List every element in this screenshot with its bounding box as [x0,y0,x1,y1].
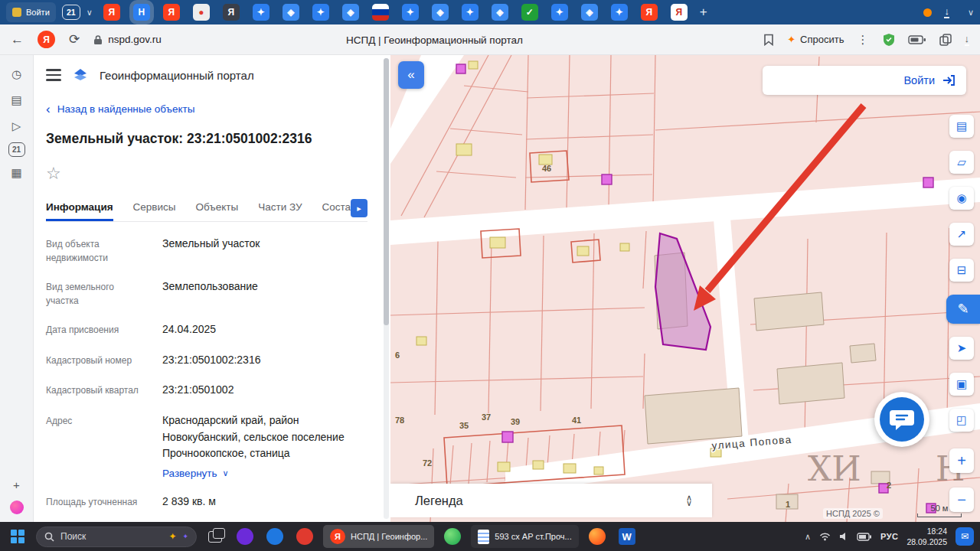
legend-bar[interactable]: Легенда ∧∨ [390,484,712,517]
taskbar-search[interactable]: Поиск ✦ ✦ [36,527,197,547]
browser-tab[interactable]: Н [133,4,150,21]
bookmark-icon[interactable] [763,34,774,46]
wifi-icon[interactable] [819,532,831,541]
app-icon-green[interactable] [441,525,464,548]
tab-parts[interactable]: Части ЗУ [258,194,302,221]
start-button[interactable] [6,525,29,548]
scrollbar-thumb[interactable] [384,58,389,325]
map-tool-draw-icon[interactable]: ✎ [946,295,980,324]
map-tool-navigate-icon[interactable]: ➤ [949,337,974,360]
map-tool-layers-icon[interactable]: ▤ [949,115,974,138]
map-tool-measure-icon[interactable]: ▱ [949,151,974,174]
app-icon-purple[interactable] [234,525,256,548]
panel-scrollbar[interactable] [384,58,389,519]
browser-tab[interactable]: ✓ [521,4,538,21]
login-bar[interactable]: Войти [763,66,966,95]
hamburger-menu-icon[interactable] [46,69,61,80]
notifications-icon[interactable]: ✉ [956,527,974,546]
map-tool-area-search-icon[interactable]: ◰ [949,409,974,432]
tab-list-chevron-icon[interactable]: ∨ [87,8,93,18]
app-icon-orange[interactable] [586,525,609,548]
browser-tab[interactable]: Я [671,4,688,21]
taskbar-window-document[interactable]: 593 сх АР ст.Проч... [471,525,578,548]
tab-information[interactable]: Информация [46,194,113,221]
app-icon-blue[interactable] [263,525,286,548]
browser-tab[interactable]: ◈ [342,4,359,21]
kebab-menu-icon[interactable]: ⋮ [858,33,870,47]
sidebar-feed-icon[interactable]: ▤ [7,90,27,110]
volume-icon[interactable] [839,532,848,541]
sidebar-music-icon[interactable] [10,500,24,514]
taskbar-window-label: НСПД | Геоинфор... [351,532,427,541]
legend-toggle-icon[interactable]: ∧∨ [686,495,692,505]
taskbar-clock[interactable]: 18:24 28.09.2025 [906,526,947,547]
back-icon[interactable]: ← [11,32,24,47]
map-tool-print-icon[interactable]: ⊟ [949,259,974,282]
favorite-star-icon[interactable]: ☆ [46,164,64,184]
tabbar-menu-chevron-icon[interactable]: ∨ [968,8,974,18]
app-icon-red[interactable] [293,525,316,548]
tab-counter-badge[interactable]: 21 [62,5,80,20]
hidden-icons-chevron-icon[interactable]: ∧ [805,532,811,542]
browser-tab[interactable]: Я [103,4,120,21]
browser-tab[interactable]: Я [641,4,658,21]
browser-tab[interactable]: ◈ [283,4,299,21]
map-tool-frame-icon[interactable]: ▣ [949,373,974,396]
refresh-icon[interactable]: ⟳ [69,31,80,47]
browser-tab[interactable]: ✦ [611,4,628,21]
toolbar-download-icon[interactable]: ↓ [965,34,970,46]
field-value: 23:21:0501002 [162,382,234,399]
new-tab-button[interactable]: + [700,5,707,20]
browser-tab[interactable]: ✦ [312,4,329,21]
browser-tab[interactable]: ◈ [492,4,508,21]
tray-battery-icon[interactable] [857,533,872,541]
collapse-panel-icon[interactable]: « [398,61,424,89]
sidebar-screenshot-icon[interactable]: ▦ [7,163,27,183]
browser-tab[interactable]: ✦ [253,4,270,21]
ask-button[interactable]: ✦ Спросить [787,34,844,45]
field-row: Площадь уточненная 2 839 кв. м [46,494,368,510]
map-tool-share-icon[interactable]: ↗ [949,223,974,246]
zoom-in-button[interactable]: + [949,448,974,473]
legend-label: Легенда [415,494,463,508]
taskbar-window-nspd[interactable]: Я НСПД | Геоинфор... [323,525,434,548]
yandex-home-icon[interactable]: Я [38,31,55,48]
browser-tab[interactable]: ● [193,4,210,21]
profile-avatar[interactable] [923,8,932,17]
field-row: Вид объекта недвижимости Земельный участ… [46,236,368,265]
browser-tab[interactable]: ◈ [581,4,598,21]
browser-tab[interactable]: ✦ [402,4,419,21]
battery-icon[interactable] [908,35,926,44]
tab-objects[interactable]: Объекты [196,194,239,221]
address-bar[interactable]: nspd.gov.ru [93,34,162,45]
tab-services[interactable]: Сервисы [133,194,176,221]
map-zoom-controls: + − [949,448,974,512]
language-indicator[interactable]: РУС [880,532,898,541]
sidebar-add-icon[interactable]: + [7,474,27,494]
tabs-sync-icon[interactable] [939,34,952,46]
browser-pinned-tab[interactable]: Войти [6,2,56,22]
downloads-icon[interactable]: ↓ [944,6,949,18]
map-tool-object-search-icon[interactable]: ◉ [949,187,974,210]
browser-tab[interactable]: Я [163,4,180,21]
browser-tab[interactable]: ✦ [551,4,568,21]
browser-tab[interactable] [372,4,389,21]
browser-tab[interactable]: ◈ [432,4,449,21]
chat-fab[interactable] [874,392,929,447]
word-app-icon[interactable]: W [616,525,639,548]
tabs-scroll-right-icon[interactable]: ▸ [351,199,368,217]
sidebar-tab-counter-icon[interactable]: 21 [8,142,25,157]
map-area[interactable]: ХИ Н улица Попова 46678353739417212 « Во… [390,55,980,522]
task-view-icon[interactable] [204,525,227,548]
back-link[interactable]: ‹ Назад в найденные объекты [46,103,368,116]
tab-composition[interactable]: Соста [322,194,351,221]
sidebar-history-icon[interactable]: ◷ [7,64,27,84]
adblock-shield-icon[interactable] [883,33,895,47]
field-value: 2 839 кв. м [162,494,216,510]
cadastral-map-svg[interactable]: ХИ Н улица Попова 46678353739417212 [390,55,980,522]
expand-address-link[interactable]: Развернуть ∨ [162,468,229,479]
browser-tab[interactable]: ✦ [462,4,479,21]
browser-tab[interactable]: Я [223,4,240,21]
expand-label: Развернуть [162,468,217,479]
sidebar-video-icon[interactable]: ▷ [7,116,27,136]
